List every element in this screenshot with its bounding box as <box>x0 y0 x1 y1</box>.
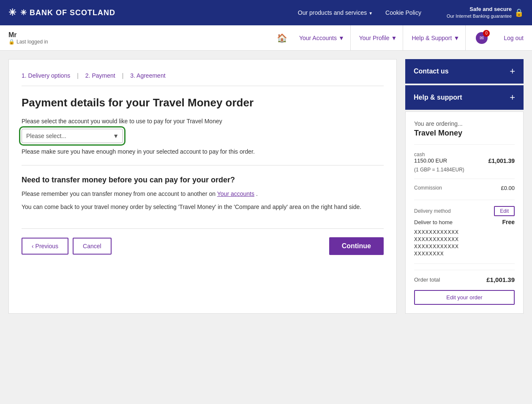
delivery-method-label: Delivery method <box>414 208 451 214</box>
address-line4: XXXXXXXX <box>414 250 515 257</box>
top-navigation: ✳ ✳ BANK OF SCOTLAND Our products and se… <box>0 0 532 25</box>
products-arrow-icon: ▼ <box>368 11 373 16</box>
btn-group-left: ‹ Previous Cancel <box>22 238 112 255</box>
main-container: 1. Delivery options | 2. Payment | 3. Ag… <box>0 51 532 322</box>
transfer-text1: Please remember you can transfer money f… <box>22 190 384 198</box>
notifications-button[interactable]: ✉ 0 <box>476 32 488 44</box>
help-chevron-icon: ▼ <box>453 35 459 41</box>
enough-money-note: Please make sure you have enough money i… <box>22 148 384 165</box>
accounts-chevron-icon: ▼ <box>338 35 344 41</box>
action-buttons: ‹ Previous Cancel Continue <box>22 228 384 255</box>
order-product: Travel Money <box>414 129 515 145</box>
transfer-heading: Need to transfer money before you can pa… <box>22 176 384 184</box>
commission-section: Commission £0.00 <box>414 185 515 200</box>
transfer-text2: You can come back to your travel money o… <box>22 203 384 211</box>
amount-gbp: £1,001.39 <box>488 157 515 164</box>
sidebar: Contact us + Help & support + You are or… <box>405 59 524 314</box>
page-title: Payment details for your Travel Money or… <box>22 96 384 109</box>
cash-section: cash 1150.00 EUR £1,001.39 (1 GBP = 1.14… <box>414 152 515 179</box>
safe-secure-subtitle: Our Internet Banking guarantee <box>447 13 512 19</box>
breadcrumb-sep2: | <box>122 72 124 79</box>
safe-secure-title: Safe and secure <box>447 6 512 13</box>
commission-row: Commission £0.00 <box>414 185 515 191</box>
cash-label: cash <box>414 152 515 157</box>
delivery-section: Delivery method Edit Deliver to home Fre… <box>414 206 515 264</box>
top-nav-links: Our products and services ▼ Cookie Polic… <box>298 6 524 19</box>
user-info: Mr 🔒 Last logged in <box>8 31 273 45</box>
cancel-button[interactable]: Cancel <box>73 238 112 255</box>
your-accounts-transfer-link[interactable]: Your accounts <box>217 190 254 197</box>
last-logged-text: 🔒 Last logged in <box>8 39 273 45</box>
previous-button[interactable]: ‹ Previous <box>22 238 68 255</box>
help-support-plus-icon: + <box>510 92 515 103</box>
deliver-free-row: Deliver to home Free <box>414 219 515 225</box>
transfer-section: Need to transfer money before you can pa… <box>22 176 384 211</box>
order-total-label: Order total <box>414 277 440 283</box>
lock-icon: 🔒 <box>514 8 524 17</box>
edit-delivery-button[interactable]: Edit <box>494 206 515 216</box>
exchange-rate: (1 GBP = 1.1484EUR) <box>414 167 515 173</box>
account-select-wrapper: Please select... ▼ <box>22 129 123 143</box>
address-line3: XXXXXXXXXXXX <box>414 243 515 249</box>
secondary-nav-links: 🏠 Your Accounts ▼ Your Profile ▼ Help & … <box>273 25 524 51</box>
breadcrumb-step3: 3. Agreement <box>130 72 172 79</box>
help-support-link[interactable]: Help & Support ▼ <box>406 25 466 51</box>
contact-us-panel[interactable]: Contact us + <box>405 59 524 84</box>
bank-logo: ✳ ✳ BANK OF SCOTLAND <box>8 7 298 18</box>
logo-star-icon: ✳ <box>8 7 16 18</box>
user-name: Mr <box>8 31 273 39</box>
account-select-label: Please select the account you would like… <box>22 118 384 125</box>
profile-chevron-icon: ▼ <box>391 35 397 41</box>
lock-small-icon: 🔒 <box>8 39 15 45</box>
address-line1: XXXXXXXXXXXX <box>414 229 515 235</box>
notifications-wrapper: ✉ 0 <box>472 32 492 44</box>
content-area: 1. Delivery options | 2. Payment | 3. Ag… <box>8 59 397 314</box>
continue-button[interactable]: Continue <box>329 237 384 255</box>
breadcrumb-step1: 1. Delivery options <box>22 72 77 79</box>
logout-link[interactable]: Log out <box>498 35 524 41</box>
commission-label: Commission <box>414 185 442 191</box>
your-profile-link[interactable]: Your Profile ▼ <box>353 25 404 51</box>
edit-order-button[interactable]: Edit your order <box>414 290 515 305</box>
order-total-val: £1,001.39 <box>486 276 515 283</box>
help-support-title: Help & support <box>414 94 462 101</box>
contact-us-title: Contact us <box>414 68 449 75</box>
help-support-panel[interactable]: Help & support + <box>405 85 524 110</box>
bank-name: ✳ BANK OF SCOTLAND <box>20 8 115 17</box>
breadcrumb: 1. Delivery options | 2. Payment | 3. Ag… <box>22 72 384 86</box>
delivery-method-row: Delivery method Edit <box>414 206 515 216</box>
contact-us-plus-icon: + <box>510 66 515 77</box>
notifications-badge: 0 <box>483 30 490 37</box>
order-summary-title: You are ordering... <box>414 120 515 127</box>
address-line2: XXXXXXXXXXXX <box>414 236 515 242</box>
deliver-to-home: Deliver to home <box>414 219 453 225</box>
account-select[interactable]: Please select... <box>22 129 123 143</box>
commission-val: £0.00 <box>501 185 515 191</box>
breadcrumb-sep1: | <box>77 72 79 79</box>
products-services-link[interactable]: Our products and services ▼ <box>298 9 373 16</box>
secondary-navigation: Mr 🔒 Last logged in 🏠 Your Accounts ▼ Yo… <box>0 25 532 51</box>
cookie-policy-link[interactable]: Cookie Policy <box>385 9 421 16</box>
deliver-free: Free <box>502 219 515 225</box>
order-summary: You are ordering... Travel Money cash 11… <box>405 111 524 314</box>
amount-row: 1150.00 EUR £1,001.39 <box>414 157 515 164</box>
home-button[interactable]: 🏠 <box>273 30 291 46</box>
amount-eur: 1150.00 EUR <box>414 157 447 164</box>
breadcrumb-step2: 2. Payment <box>85 72 122 79</box>
order-total-row: Order total £1,001.39 <box>414 270 515 283</box>
safe-secure-badge: Safe and secure Our Internet Banking gua… <box>447 6 524 19</box>
your-accounts-link[interactable]: Your Accounts ▼ <box>293 25 351 51</box>
